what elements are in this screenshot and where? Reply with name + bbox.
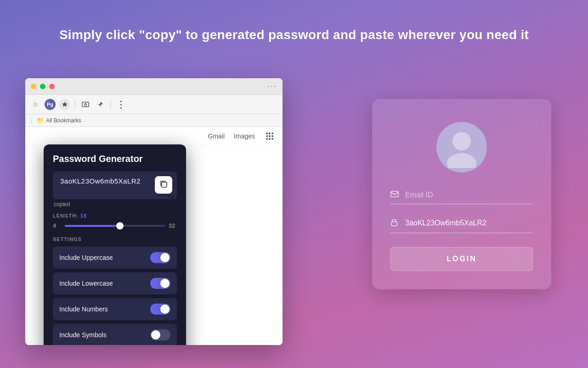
- slider-thumb[interactable]: [116, 222, 124, 230]
- cursor-on-copy: ☞: [168, 192, 176, 203]
- setting-row-uppercase: Include Uppercase: [53, 247, 177, 269]
- extension2-icon[interactable]: [59, 99, 70, 110]
- svg-rect-2: [162, 182, 167, 187]
- toggle-thumb-numbers: [160, 305, 170, 314]
- login-card: LOGIN: [372, 99, 551, 289]
- slider-fill: [65, 225, 120, 227]
- toggle-uppercase[interactable]: [150, 252, 170, 263]
- password-popup: Password Generator 3aoKL23Ow6mb5XaLR2 ☞ …: [44, 144, 186, 345]
- avatar: [436, 122, 487, 172]
- star-icon[interactable]: ☆: [30, 99, 41, 110]
- screen-icon[interactable]: [80, 99, 91, 110]
- password-input[interactable]: [405, 219, 533, 227]
- password-display: 3aoKL23Ow6mb5XaLR2 ☞: [53, 172, 177, 199]
- toggle-thumb-lowercase: [160, 279, 170, 288]
- copy-icon: [159, 180, 168, 190]
- email-field-container: [390, 186, 533, 204]
- setting-row-numbers: Include Numbers: [53, 298, 177, 320]
- setting-lowercase-label: Include Lowercase: [59, 280, 113, 287]
- svg-rect-5: [391, 191, 398, 197]
- toggle-thumb-uppercase: [160, 253, 170, 262]
- avatar-container: [390, 122, 533, 172]
- toolbar-divider2: [110, 100, 111, 109]
- toolbar-divider: [75, 100, 75, 109]
- window-dots: ···: [267, 81, 277, 91]
- svg-point-4: [447, 153, 476, 168]
- lock-icon: [390, 218, 400, 228]
- images-link[interactable]: Images: [234, 132, 255, 140]
- close-button[interactable]: [49, 84, 55, 89]
- svg-point-1: [85, 104, 86, 105]
- popup-title: Password Generator: [53, 154, 177, 164]
- extension1-icon[interactable]: Pg: [45, 99, 56, 110]
- length-slider-row: 4 32: [53, 222, 177, 229]
- browser-window: ··· ☆ Pg ⋮ | 📁 All Bookmarks Gmail Image…: [25, 78, 283, 345]
- gmail-link[interactable]: Gmail: [208, 132, 225, 140]
- copied-label: copied: [54, 201, 177, 207]
- settings-label: SETTINGS: [53, 236, 177, 242]
- menu-icon[interactable]: ⋮: [115, 99, 126, 110]
- generated-password: 3aoKL23Ow6mb5XaLR2: [60, 177, 170, 185]
- bookmark-bar: | 📁 All Bookmarks: [25, 114, 283, 127]
- apps-grid-icon[interactable]: [264, 131, 275, 142]
- svg-point-3: [452, 132, 471, 150]
- folder-icon: 📁: [37, 117, 44, 124]
- svg-rect-0: [82, 102, 89, 107]
- toggle-lowercase[interactable]: [150, 278, 170, 289]
- browser-controls: [31, 84, 55, 89]
- setting-numbers-label: Include Numbers: [59, 305, 108, 313]
- email-icon: [390, 191, 400, 199]
- svg-rect-6: [391, 222, 397, 226]
- all-bookmarks-label: All Bookmarks: [46, 117, 81, 124]
- toggle-symbols[interactable]: [150, 329, 170, 340]
- toggle-thumb-symbols: [151, 330, 160, 339]
- email-input[interactable]: [405, 191, 533, 199]
- setting-uppercase-label: Include Uppercase: [59, 254, 113, 261]
- tagline-text: Simply click "copy" to generated passwor…: [59, 28, 529, 42]
- maximize-button[interactable]: [40, 84, 45, 89]
- copy-button[interactable]: [155, 176, 172, 194]
- bookmark-folder[interactable]: 📁 All Bookmarks: [37, 117, 81, 124]
- slider-track[interactable]: [65, 225, 165, 227]
- setting-row-symbols: Include Symbols: [53, 324, 177, 345]
- slider-min: 4: [53, 222, 61, 229]
- length-value: 18: [80, 213, 87, 218]
- setting-row-lowercase: Include Lowercase: [53, 272, 177, 294]
- setting-symbols-label: Include Symbols: [59, 331, 107, 339]
- browser-toolbar: ☆ Pg ⋮: [25, 95, 283, 114]
- login-button[interactable]: LOGIN: [390, 247, 533, 271]
- pin-icon[interactable]: [95, 99, 106, 110]
- tagline-container: Simply click "copy" to generated passwor…: [37, 28, 551, 42]
- slider-max: 32: [169, 222, 177, 229]
- login-button-label: LOGIN: [447, 255, 477, 263]
- password-field-container: [390, 213, 533, 233]
- browser-content: Gmail Images Password Generator 3aoKL23O…: [25, 127, 283, 345]
- browser-nav: Gmail Images: [25, 127, 283, 146]
- length-label: LENGTH: 18: [53, 213, 177, 218]
- minimize-button[interactable]: [31, 84, 36, 89]
- bookmark-separator: |: [31, 117, 32, 124]
- browser-titlebar: ···: [25, 78, 283, 95]
- toggle-numbers[interactable]: [150, 304, 170, 315]
